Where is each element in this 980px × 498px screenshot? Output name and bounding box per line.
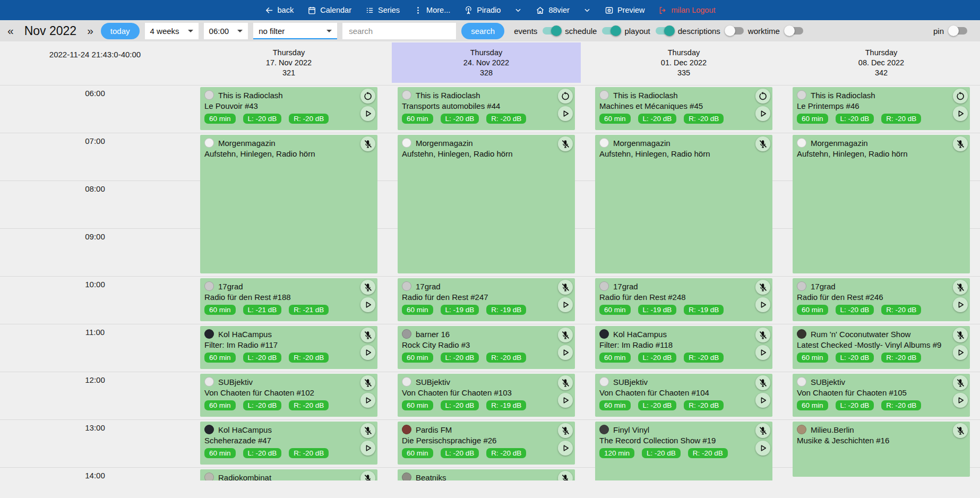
event-card[interactable]: Beatniks (398, 469, 575, 480)
mic-off-icon[interactable] (558, 136, 573, 151)
logout-button[interactable]: milan Logout (658, 6, 715, 15)
nav-item-calendar[interactable]: Calendar (307, 6, 351, 15)
play-icon[interactable] (755, 393, 770, 408)
search-button[interactable]: search (461, 23, 504, 39)
play-icon[interactable] (953, 297, 968, 312)
mic-off-icon[interactable] (360, 375, 375, 390)
play-icon[interactable] (755, 106, 770, 121)
event-card[interactable]: Milieu.BerlinMusike & Jeschichten #16 (793, 422, 970, 477)
mic-off-icon[interactable] (953, 136, 968, 151)
channel-chevron-down-icon[interactable] (583, 6, 591, 14)
today-button[interactable]: today (101, 23, 140, 39)
event-card[interactable]: This is RadioclashLe Printemps #4660 min… (793, 87, 970, 130)
replay-icon[interactable] (953, 89, 968, 104)
mic-off-icon[interactable] (755, 136, 770, 151)
day-header[interactable]: Thursday 01. Dec 2022 335 (589, 42, 778, 83)
event-card[interactable]: 17gradRadio für den Rest #24660 minL: -2… (793, 278, 970, 321)
event-card[interactable]: MorgenmagazinAufstehn, Hinlegen, Radio h… (793, 135, 970, 273)
mic-off-icon[interactable] (953, 423, 968, 438)
event-card[interactable]: MorgenmagazinAufstehn, Hinlegen, Radio h… (398, 135, 575, 273)
worktime-toggle[interactable] (785, 27, 803, 35)
play-icon[interactable] (360, 393, 375, 408)
search-input[interactable] (342, 23, 456, 39)
schedule-toggle[interactable] (602, 27, 620, 35)
mic-off-icon[interactable] (953, 375, 968, 390)
event-card[interactable]: Radiokombinat (200, 469, 377, 480)
preview-button[interactable]: Preview (605, 6, 645, 15)
play-icon[interactable] (558, 345, 573, 360)
mic-off-icon[interactable] (558, 280, 573, 295)
event-card[interactable]: MorgenmagazinAufstehn, Hinlegen, Radio h… (200, 135, 377, 273)
event-card[interactable]: Kol HaCampusScheherazade #4760 minL: -20… (200, 422, 377, 465)
play-icon[interactable] (558, 393, 573, 408)
back-button[interactable]: back (265, 6, 294, 15)
replay-icon[interactable] (360, 89, 375, 104)
play-icon[interactable] (360, 106, 375, 121)
event-card[interactable]: Finyl VinylThe Record Collection Show #1… (595, 422, 772, 480)
mic-off-icon[interactable] (755, 328, 770, 342)
event-card[interactable]: SUBjektivVon Chaoten für Chaoten #10360 … (398, 374, 575, 417)
mic-off-icon[interactable] (558, 375, 573, 390)
event-card[interactable]: Kol HaCampusFilter: Im Radio #11760 minL… (200, 326, 377, 369)
event-card[interactable]: SUBjektivVon Chaoten für Chaoten #10260 … (200, 374, 377, 417)
mic-off-icon[interactable] (755, 375, 770, 390)
play-icon[interactable] (360, 297, 375, 312)
play-icon[interactable] (953, 106, 968, 121)
replay-icon[interactable] (755, 89, 770, 104)
playout-toggle[interactable] (656, 27, 674, 35)
day-header[interactable]: Thursday 24. Nov 2022 328 (392, 42, 581, 83)
event-card[interactable]: SUBjektivVon Chaoten für Chaoten #10460 … (595, 374, 772, 417)
descriptions-toggle[interactable] (726, 27, 744, 35)
mic-off-icon[interactable] (953, 328, 968, 342)
mic-off-icon[interactable] (360, 471, 375, 480)
play-icon[interactable] (558, 297, 573, 312)
mic-off-icon[interactable] (360, 136, 375, 151)
event-card[interactable]: Kol HaCampusFilter: Im Radio #11860 minL… (595, 326, 772, 369)
play-icon[interactable] (953, 393, 968, 408)
start-time-select[interactable]: 06:00 (204, 23, 248, 39)
prev-period-button[interactable]: « (5, 24, 16, 37)
event-card[interactable]: This is RadioclashMachines et Mécaniques… (595, 87, 772, 130)
play-icon[interactable] (755, 441, 770, 456)
mic-off-icon[interactable] (755, 423, 770, 438)
play-icon[interactable] (360, 441, 375, 456)
events-toggle[interactable] (543, 27, 561, 35)
nav-item-series[interactable]: Series (365, 6, 400, 15)
next-period-button[interactable]: » (85, 24, 96, 37)
mic-off-icon[interactable] (558, 328, 573, 342)
event-card[interactable]: 17gradRadio für den Rest #24760 minL: -1… (398, 278, 575, 321)
play-icon[interactable] (558, 441, 573, 456)
play-icon[interactable] (755, 345, 770, 360)
play-icon[interactable] (953, 345, 968, 360)
nav-item-more[interactable]: More... (414, 6, 450, 15)
event-card[interactable]: Pardis FMDie Persischsprachige #2660 min… (398, 422, 575, 465)
mic-off-icon[interactable] (360, 328, 375, 342)
station-chevron-down-icon[interactable] (514, 6, 522, 14)
event-card[interactable]: This is RadioclashTransports automobiles… (398, 87, 575, 130)
day-header[interactable]: Thursday 17. Nov 2022 321 (194, 42, 383, 83)
day-header[interactable]: Thursday 08. Dec 2022 342 (787, 42, 976, 83)
mic-off-icon[interactable] (360, 280, 375, 295)
play-icon[interactable] (360, 345, 375, 360)
mic-off-icon[interactable] (953, 280, 968, 295)
event-card[interactable]: SUBjektivVon Chaoten für Chaoten #10560 … (793, 374, 970, 417)
event-card[interactable]: This is RadioclashLe Pouvoir #4360 minL:… (200, 87, 377, 130)
mic-off-icon[interactable] (558, 471, 573, 480)
range-select[interactable]: 4 weeks (145, 23, 199, 39)
mic-off-icon[interactable] (755, 280, 770, 295)
event-card[interactable]: barner 16Rock City Radio #360 minL: -20 … (398, 326, 575, 369)
play-icon[interactable] (558, 106, 573, 121)
event-card[interactable]: 17gradRadio für den Rest #24860 minL: -1… (595, 278, 772, 321)
mic-off-icon[interactable] (558, 423, 573, 438)
event-card[interactable]: 17gradRadio für den Rest #18860 minL: -2… (200, 278, 377, 321)
event-card[interactable]: MorgenmagazinAufstehn, Hinlegen, Radio h… (595, 135, 772, 273)
play-icon[interactable] (755, 297, 770, 312)
pin-toggle[interactable] (949, 27, 967, 35)
replay-icon[interactable] (558, 89, 573, 104)
badge: R: -20 dB (289, 400, 329, 410)
channel-selector[interactable]: 88vier (536, 6, 570, 15)
filter-select[interactable]: no filter (253, 23, 337, 39)
mic-off-icon[interactable] (360, 423, 375, 438)
station-selector[interactable]: Piradio (464, 6, 501, 15)
event-card[interactable]: Rum 'n' Coconutwater ShowLatest Checked … (793, 326, 970, 369)
